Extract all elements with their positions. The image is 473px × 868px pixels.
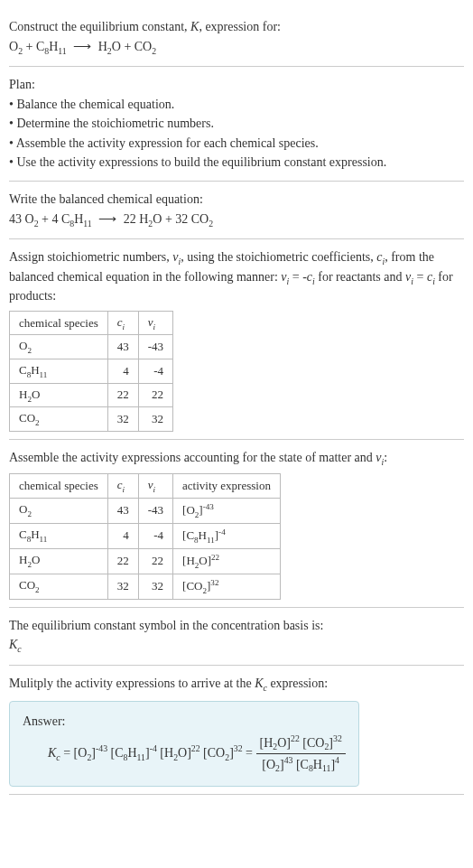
term-h2o: [H2O]22 <box>157 746 200 760</box>
ci-cell: 4 <box>107 359 138 383</box>
activity-cell: [C8H11]-4 <box>173 523 281 548</box>
species-cell: H2O <box>10 548 108 574</box>
nui-cell: -4 <box>138 523 172 548</box>
species-cell: O2 <box>10 335 108 359</box>
col-species: chemical species <box>10 311 108 335</box>
reactant-c8h11: + C8H11 <box>23 40 67 53</box>
table-row: C8H11 4 -4 [C8H11]-4 <box>10 523 281 548</box>
ci-cell: 43 <box>107 335 138 359</box>
col-activity: activity expression <box>173 474 281 499</box>
nui-cell: 22 <box>138 383 172 407</box>
activity-section: Assemble the activity expressions accoun… <box>9 440 464 608</box>
reaction-arrow-icon: ⟶ <box>95 210 120 229</box>
activity-cell: [CO2]32 <box>173 574 281 599</box>
col-species: chemical species <box>10 474 108 499</box>
ci-cell: 22 <box>107 548 138 574</box>
plan-section: Plan: • Balance the chemical equation. •… <box>9 67 464 182</box>
ci-cell: 4 <box>107 523 138 548</box>
prompt-pre: Construct the equilibrium constant, <box>9 20 190 33</box>
activity-intro: Assemble the activity expressions accoun… <box>9 449 464 469</box>
stoich-section: Assign stoichiometric numbers, νi, using… <box>9 239 464 440</box>
product-h2o: H2O + CO2 <box>98 40 156 53</box>
prompt-K: K <box>190 20 199 33</box>
symbol-section: The equilibrium constant symbol in the c… <box>9 608 464 666</box>
term-co2: [CO2]32 <box>200 746 243 760</box>
table-header-row: chemical species ci νi <box>10 311 173 335</box>
species-cell: C8H11 <box>10 523 108 548</box>
multiply-intro: Mulitply the activity expressions to arr… <box>9 675 464 695</box>
table-row: C8H11 4 -4 <box>10 359 173 383</box>
table-row: H2O 22 22 [H2O]22 <box>10 548 281 574</box>
balanced-equation: 43 O2 + 4 C8H11 ⟶ 22 H2O + 32 CO2 <box>9 210 464 230</box>
prompt-section: Construct the equilibrium constant, K, e… <box>9 9 464 67</box>
species-cell: C8H11 <box>10 359 108 383</box>
nui-cell: -43 <box>138 335 172 359</box>
multiply-section: Mulitply the activity expressions to arr… <box>9 666 464 795</box>
ci-cell: 43 <box>107 498 138 523</box>
fraction-numerator: [H2O]22 [CO2]32 <box>256 733 346 754</box>
coef-o2: 43 O2 <box>9 212 39 226</box>
nui-cell: 22 <box>138 548 172 574</box>
ci-cell: 22 <box>107 383 138 407</box>
answer-expression: Kc = [O2]-43 [C8H11]-4 [H2O]22 [CO2]32 =… <box>23 733 346 775</box>
plan-bullet-1: • Balance the chemical equation. <box>9 96 464 114</box>
table-header-row: chemical species ci νi activity expressi… <box>10 474 281 499</box>
reactant-o2: O2 <box>9 40 23 53</box>
nui-cell: -4 <box>138 359 172 383</box>
table-row: H2O 22 22 <box>10 383 173 407</box>
plan-bullet-3: • Assemble the activity expression for e… <box>9 135 464 153</box>
plan-title: Plan: <box>9 76 464 94</box>
coef-h2o: 22 H2O + 32 CO2 <box>124 212 213 226</box>
prompt-line: Construct the equilibrium constant, K, e… <box>9 18 464 36</box>
species-cell: CO2 <box>10 574 108 599</box>
answer-label: Answer: <box>23 713 346 731</box>
nui-cell: 32 <box>138 407 172 432</box>
plan-bullet-2: • Determine the stoichiometric numbers. <box>9 115 464 133</box>
balanced-title: Write the balanced chemical equation: <box>9 191 464 209</box>
ci-cell: 32 <box>107 574 138 599</box>
activity-table: chemical species ci νi activity expressi… <box>9 473 281 599</box>
activity-cell: [O2]-43 <box>173 498 281 523</box>
ci-cell: 32 <box>107 407 138 432</box>
reaction-arrow-icon: ⟶ <box>70 38 95 56</box>
table-row: CO2 32 32 <box>10 407 173 432</box>
symbol-intro: The equilibrium constant symbol in the c… <box>9 617 464 635</box>
species-cell: O2 <box>10 498 108 523</box>
plan-bullet-4: • Use the activity expressions to build … <box>9 154 464 172</box>
coef-c8h11: + 4 C8H11 <box>39 212 92 226</box>
activity-cell: [H2O]22 <box>173 548 281 574</box>
term-o2: [O2]-43 <box>74 746 107 760</box>
balanced-section: Write the balanced chemical equation: 43… <box>9 182 464 239</box>
stoich-intro: Assign stoichiometric numbers, νi, using… <box>9 248 464 305</box>
col-ci: ci <box>107 311 138 335</box>
fraction: [H2O]22 [CO2]32 [O2]43 [C8H11]4 <box>256 733 346 775</box>
table-row: O2 43 -43 <box>10 335 173 359</box>
answer-box: Answer: Kc = [O2]-43 [C8H11]-4 [H2O]22 [… <box>9 701 359 787</box>
term-c8h11: [C8H11]-4 <box>107 746 157 760</box>
stoich-table: chemical species ci νi O2 43 -43 C8H11 4… <box>9 311 173 432</box>
table-row: O2 43 -43 [O2]-43 <box>10 498 281 523</box>
nui-cell: -43 <box>138 498 172 523</box>
col-nui: νi <box>138 474 172 499</box>
fraction-denominator: [O2]43 [C8H11]4 <box>256 754 346 775</box>
symbol-kc: Kc <box>9 636 464 656</box>
unbalanced-equation: O2 + C8H11 ⟶ H2O + CO2 <box>9 38 464 58</box>
species-cell: CO2 <box>10 407 108 432</box>
species-cell: H2O <box>10 383 108 407</box>
prompt-post: , expression for: <box>199 20 281 33</box>
nui-cell: 32 <box>138 574 172 599</box>
col-nui: νi <box>138 311 172 335</box>
table-row: CO2 32 32 [CO2]32 <box>10 574 281 599</box>
col-ci: ci <box>107 474 138 499</box>
